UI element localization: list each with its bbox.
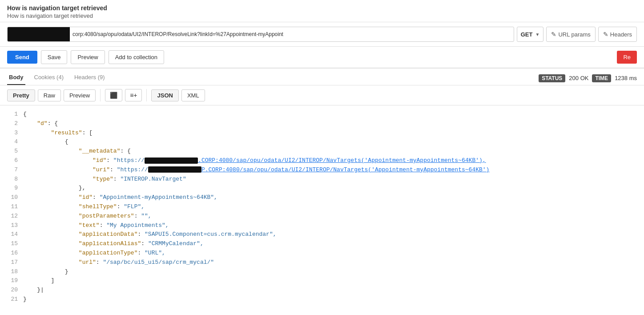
table-row: 7 "uri": "https://P.CORP:4080/sap/opu/od…: [7, 166, 637, 175]
table-row: 4 {: [7, 137, 637, 147]
table-row: 10 "id": "Appointment-myAppointments~64K…: [7, 193, 637, 202]
method-select[interactable]: GET ▼: [517, 27, 544, 42]
line-number: 9: [7, 184, 23, 193]
json-string-value: "FLP",: [124, 203, 145, 210]
url-params-button[interactable]: ✎ URL params: [546, 27, 595, 42]
tab-headers[interactable]: Headers (9): [72, 71, 107, 85]
line-number: 4: [7, 137, 23, 147]
table-row: 11 "shellType": "FLP",: [7, 202, 637, 212]
json-body: 1{2 "d": {3 "results": [4 {5 "__metadata…: [0, 105, 644, 309]
tab-cookies[interactable]: Cookies (4): [32, 71, 65, 85]
code-line: "text": "My Appointments",: [23, 221, 169, 230]
json-string-value: "My Appointments",: [106, 222, 169, 229]
url-params-label: URL params: [558, 31, 590, 38]
code-line: },: [23, 184, 85, 193]
json-key: "results": [51, 129, 82, 136]
line-number: 15: [7, 239, 23, 249]
add-to-collection-button[interactable]: Add to collection: [109, 50, 164, 64]
url-text: corp:4080/sap/opu/odata/UI2/INTEROP/Reso…: [70, 27, 514, 42]
raw-button[interactable]: Raw: [38, 89, 61, 101]
table-row: 2 "d": {: [7, 119, 637, 129]
table-row: 14 "applicationData": "SAPUI5.Component=…: [7, 230, 637, 239]
line-number: 13: [7, 221, 23, 230]
redacted-url-block: [148, 166, 201, 173]
line-number: 12: [7, 212, 23, 221]
separator-2: [146, 89, 147, 101]
code-line: }|: [23, 286, 44, 295]
code-line: "__metadata": {: [23, 147, 131, 156]
action-bar: Send Save Preview Add to collection Re: [0, 47, 644, 69]
table-row: 5 "__metadata": {: [7, 147, 637, 156]
json-key: "uri": [93, 166, 110, 173]
code-line: "shellType": "FLP",: [23, 202, 145, 212]
format-toolbar: Pretty Raw Preview ⬛ ≡+ JSON XML: [0, 85, 644, 105]
method-label: GET: [521, 31, 533, 38]
table-row: 21}: [7, 295, 637, 304]
line-number: 17: [7, 258, 23, 267]
xml-button[interactable]: XML: [181, 89, 205, 101]
chevron-down-icon: ▼: [535, 32, 539, 37]
copy-icon-button[interactable]: ⬛: [105, 89, 122, 101]
line-number: 3: [7, 129, 23, 138]
json-link[interactable]: .CORP:4080/sap/opu/odata/UI2/INTEROP/Nav…: [198, 157, 486, 164]
table-row: 9 },: [7, 184, 637, 193]
code-line: }: [23, 295, 27, 304]
json-key: "postParameters": [79, 213, 134, 219]
status-value: 200 OK: [569, 75, 588, 81]
code-line: "postParameters": "",: [23, 212, 152, 221]
json-link[interactable]: P.CORP:4080/sap/opu/odata/UI2/INTEROP/Na…: [201, 166, 490, 173]
json-string-value: "/sap/bc/ui5_ui5/sap/crm_mycal/": [103, 259, 214, 266]
redacted-url-block: [145, 158, 198, 164]
response-tabs: Body Cookies (4) Headers (9) STATUS 200 …: [0, 69, 644, 85]
line-number: 16: [7, 249, 23, 258]
code-line: "results": [: [23, 129, 93, 138]
json-key: "applicationAlias": [79, 240, 141, 247]
save-button[interactable]: Save: [41, 50, 68, 64]
page-subheading: How is navigation target retrieved: [7, 12, 637, 19]
preview-button[interactable]: Preview: [71, 50, 105, 64]
headers-label: Headers: [610, 31, 632, 38]
json-key: "id": [79, 194, 93, 201]
json-key: "d": [37, 120, 47, 127]
table-row: 3 "results": [: [7, 129, 637, 138]
json-string-value: "URL",: [145, 250, 165, 256]
json-string-value: "INTEROP.NavTarget": [120, 176, 186, 182]
code-line: ]: [23, 276, 54, 286]
code-line: "id": "https://.CORP:4080/sap/opu/odata/…: [23, 156, 486, 166]
json-button[interactable]: JSON: [151, 89, 178, 101]
table-row: 19 ]: [7, 276, 637, 286]
preview-format-button[interactable]: Preview: [64, 89, 96, 101]
pretty-button[interactable]: Pretty: [7, 89, 35, 101]
url-bar-section: corp:4080/sap/opu/odata/UI2/INTEROP/Reso…: [0, 22, 644, 47]
code-line: "applicationAlias": "CRMMyCalendar",: [23, 239, 204, 249]
headers-button[interactable]: ✎ Headers: [598, 27, 637, 42]
send-button[interactable]: Send: [7, 51, 37, 64]
table-row: 12 "postParameters": "",: [7, 212, 637, 221]
wrap-icon-button[interactable]: ≡+: [125, 89, 142, 101]
json-string-value: "CRMMyCalendar",: [148, 240, 204, 247]
code-line: "applicationType": "URL",: [23, 249, 165, 258]
reset-button[interactable]: Re: [617, 51, 637, 64]
table-row: 8 "type": "INTEROP.NavTarget": [7, 175, 637, 184]
table-row: 18 }: [7, 267, 637, 277]
json-key: "url": [79, 259, 96, 266]
line-number: 2: [7, 119, 23, 129]
json-string-value: "",: [141, 213, 151, 219]
url-input-wrapper[interactable]: corp:4080/sap/opu/odata/UI2/INTEROP/Reso…: [7, 27, 514, 42]
tab-body[interactable]: Body: [7, 71, 25, 85]
line-number: 21: [7, 295, 23, 304]
separator-1: [100, 89, 101, 101]
code-line: "url": "/sap/bc/ui5_ui5/sap/crm_mycal/": [23, 258, 214, 267]
status-pill: STATUS: [539, 74, 565, 82]
table-row: 1{: [7, 110, 637, 119]
code-line: "type": "INTEROP.NavTarget": [23, 175, 186, 184]
json-key: "applicationType": [79, 250, 138, 256]
line-number: 1: [7, 110, 23, 119]
status-badge-area: STATUS 200 OK TIME 1238 ms: [539, 74, 637, 82]
line-number: 7: [7, 166, 23, 175]
table-row: 16 "applicationType": "URL",: [7, 249, 637, 258]
line-number: 10: [7, 193, 23, 202]
json-key: "text": [79, 222, 100, 229]
edit-icon-2: ✎: [603, 31, 608, 38]
line-number: 19: [7, 276, 23, 286]
